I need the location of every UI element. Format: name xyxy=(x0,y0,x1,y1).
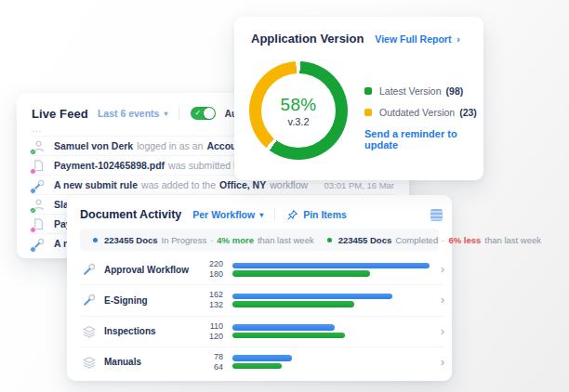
send-reminder-link[interactable]: Send a reminder to update xyxy=(364,128,483,150)
stat-delta: 4% more xyxy=(217,235,254,245)
bar-completed xyxy=(232,270,370,277)
workflow-label: Approval Workflow xyxy=(104,265,199,275)
stat-suffix: than last week xyxy=(258,235,314,245)
workflow-bars xyxy=(232,353,430,371)
workflow-bars xyxy=(232,322,430,340)
workflow-label: E-Signing xyxy=(104,295,199,306)
submitted-badge-icon xyxy=(30,168,36,175)
chevron-right-icon[interactable]: › xyxy=(430,356,444,369)
divider xyxy=(274,208,275,221)
event-actor: Payment-102465898.pdf xyxy=(54,160,165,171)
bar-in-progress xyxy=(232,355,292,361)
donut-center-labels: 58% v.3.2 xyxy=(249,61,348,160)
workflow-bars xyxy=(232,292,430,309)
chevron-right-icon[interactable]: › xyxy=(430,263,444,276)
chevron-right-icon[interactable]: › xyxy=(430,325,444,338)
submitted-badge-icon xyxy=(30,227,36,233)
workflow-values: 110 120 xyxy=(199,321,223,342)
document-activity-card: Document Activity Per Workflow ▾ Pin Ite… xyxy=(67,195,452,381)
version-donut-chart: 58% v.3.2 xyxy=(249,61,348,160)
workflow-row-manuals[interactable]: Manuals 78 64 › xyxy=(80,346,444,377)
application-version-title: Application Version xyxy=(251,32,364,46)
event-timestamp: 03:01 PM, 16 Mar xyxy=(324,180,394,190)
workflow-row-esigning[interactable]: E-Signing 162 132 › xyxy=(80,284,444,315)
wrench-icon xyxy=(32,237,46,251)
stat-in-progress: 223455 Docs In Progress - 4% more than l… xyxy=(80,235,314,245)
wrench-icon xyxy=(82,262,97,277)
workflow-rows: Approval Workflow 220 180 › E-Signing 16… xyxy=(80,255,444,377)
per-workflow-dropdown[interactable]: Per Workflow ▾ xyxy=(192,209,263,220)
event-text-tail: workflow xyxy=(270,179,308,190)
chevron-right-icon: › xyxy=(457,34,459,45)
workflow-values: 220 180 xyxy=(199,259,223,280)
document-activity-title: Document Activity xyxy=(80,208,181,221)
events-filter-label: Last 6 events xyxy=(98,108,160,119)
pushpin-icon xyxy=(286,209,298,221)
green-dot-icon xyxy=(327,238,332,242)
application-version-header: Application Version View Full Report › xyxy=(251,32,472,46)
event-actor: A new submit rule xyxy=(54,179,138,190)
legend-count: (23) xyxy=(459,107,477,118)
workflow-bars xyxy=(232,261,430,279)
application-version-card: Application Version View Full Report › 5… xyxy=(234,17,483,180)
legend-label: Latest Version xyxy=(379,85,442,97)
event-text: logged in as an xyxy=(137,140,203,151)
list-menu-icon[interactable] xyxy=(430,209,443,221)
view-full-report-link[interactable]: View Full Report › xyxy=(375,33,459,45)
blue-dot-icon xyxy=(93,238,98,242)
wrench-icon xyxy=(32,178,46,192)
event-target: Office, NY xyxy=(219,179,266,190)
stat-state: Completed xyxy=(395,235,438,245)
check-icon: ✓ xyxy=(194,108,201,119)
user-icon: ✓ xyxy=(32,198,46,212)
stat-dash: - xyxy=(210,235,213,245)
user-icon: ✓ xyxy=(32,139,46,153)
chevron-down-icon: ▾ xyxy=(259,211,263,219)
toggle-knob xyxy=(204,108,215,119)
stat-suffix: than last week xyxy=(484,235,541,245)
chevron-down-icon: ▾ xyxy=(164,110,167,118)
value-completed: 120 xyxy=(199,332,223,342)
bar-completed xyxy=(232,333,345,339)
docs-stats-bar: 223455 Docs In Progress - 4% more than l… xyxy=(80,229,439,251)
version-legend: Latest Version (98) Outdated Version (23… xyxy=(364,85,483,150)
layers-icon xyxy=(82,324,97,339)
legend-item-outdated: Outdated Version (23) xyxy=(364,107,483,118)
donut-percent: 58% xyxy=(281,95,317,115)
workflow-row-approval[interactable]: Approval Workflow 220 180 › xyxy=(80,255,444,284)
workflow-label: Manuals xyxy=(104,357,199,367)
stat-count: 223455 Docs xyxy=(338,235,392,245)
layers-icon xyxy=(82,355,97,370)
legend-count: (98) xyxy=(446,85,464,97)
value-completed: 64 xyxy=(199,362,223,372)
pin-items-button[interactable]: Pin Items xyxy=(286,209,347,221)
value-in-progress: 78 xyxy=(199,352,223,362)
legend-label: Outdated Version xyxy=(379,107,455,118)
value-completed: 180 xyxy=(199,269,223,280)
event-actor: Samuel von Derk xyxy=(54,140,133,151)
document-icon xyxy=(32,159,46,173)
bar-completed xyxy=(232,363,282,370)
event-text: was submitted by xyxy=(168,160,244,171)
value-completed: 132 xyxy=(199,300,223,310)
chevron-right-icon[interactable]: › xyxy=(430,294,444,307)
value-in-progress: 110 xyxy=(199,321,223,332)
stat-dash: - xyxy=(442,235,444,245)
workflow-row-inspections[interactable]: Inspections 110 120 › xyxy=(80,316,444,346)
event-text: was added to the xyxy=(141,179,216,190)
stat-completed: 223455 Docs Completed - 6% less than las… xyxy=(314,235,541,245)
auto-refresh-toggle[interactable]: ✓ xyxy=(191,107,216,120)
value-in-progress: 162 xyxy=(199,290,223,300)
stat-delta: 6% less xyxy=(448,235,481,245)
wrench-icon xyxy=(82,293,97,307)
document-icon xyxy=(32,217,46,231)
per-workflow-label: Per Workflow xyxy=(192,209,255,220)
bar-in-progress xyxy=(232,294,392,300)
bar-in-progress xyxy=(232,263,430,269)
events-filter-dropdown[interactable]: Last 6 events ▾ xyxy=(98,108,168,119)
divider xyxy=(179,107,179,120)
donut-version: v.3.2 xyxy=(287,116,309,127)
pin-items-label: Pin Items xyxy=(303,209,347,220)
workflow-values: 162 132 xyxy=(199,290,223,310)
bar-in-progress xyxy=(232,324,335,331)
